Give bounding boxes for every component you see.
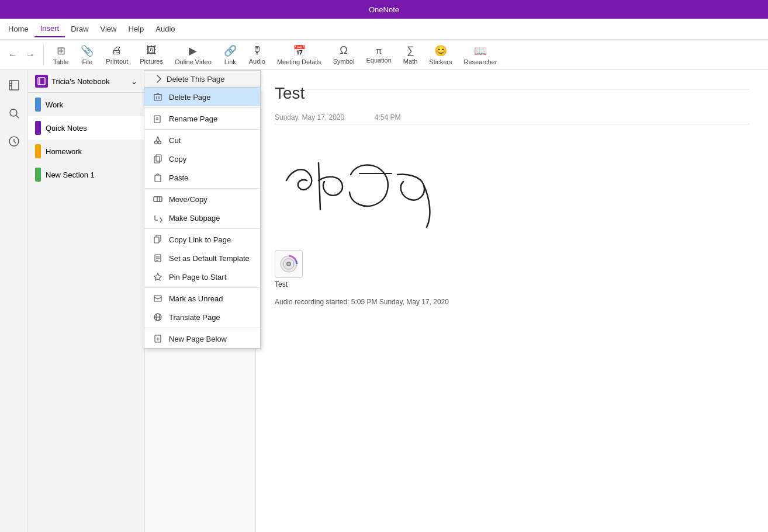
toolbar-researcher[interactable]: 📖 Researcher: [459, 42, 501, 68]
toolbar-pictures[interactable]: 🖼 Pictures: [135, 42, 168, 67]
page-date-line: Test: [275, 84, 749, 89]
ctx-mark-unread-label: Mark as Unread: [169, 294, 223, 303]
main-layout: Tricia's Notebook ⌄ Work Quick Notes Hom…: [0, 70, 768, 532]
handwriting-svg: [275, 134, 508, 239]
undo-button[interactable]: ←: [5, 46, 21, 64]
section-color-work: [35, 98, 41, 112]
online-video-icon: ▶: [189, 44, 197, 57]
svg-line-24: [158, 137, 160, 141]
menu-home[interactable]: Home: [2, 21, 34, 37]
ctx-rename-page-label: Rename Page: [169, 114, 217, 123]
toolbar-table[interactable]: ⊞ Table: [49, 42, 73, 68]
menu-help[interactable]: Help: [123, 21, 150, 37]
delete-this-page-label: Delete This Page: [167, 75, 225, 84]
sidebar-notebooks-icon[interactable]: [4, 75, 25, 96]
ctx-pin-page[interactable]: Pin Page to Start: [144, 267, 260, 286]
notebook-header-left: Tricia's Notebook: [35, 75, 110, 88]
toolbar-math[interactable]: ∑ Math: [399, 42, 422, 67]
svg-rect-0: [9, 81, 19, 90]
toolbar-stickers[interactable]: 😊 Stickers: [424, 42, 456, 68]
symbol-icon: Ω: [340, 44, 347, 57]
ctx-rename-page[interactable]: Rename Page: [144, 109, 260, 128]
copy-link-icon: [153, 234, 163, 245]
pictures-icon: 🖼: [146, 44, 157, 57]
svg-rect-26: [154, 157, 160, 163]
notebook-icon: [35, 75, 48, 88]
ctx-new-page-below-label: New Page Below: [169, 335, 227, 343]
ctx-set-default[interactable]: Set as Default Template: [144, 249, 260, 267]
menu-view[interactable]: View: [95, 21, 123, 37]
ctx-cut-label: Cut: [169, 136, 181, 145]
section-color-homework: [35, 144, 41, 158]
redo-button[interactable]: →: [22, 46, 39, 64]
ctx-cut[interactable]: Cut: [144, 131, 260, 149]
section-color-new-section-1: [35, 168, 41, 182]
audio-attachment: Test Audio recording started: 5:05 PM Su…: [275, 250, 749, 306]
ctx-delete-page[interactable]: Delete Page: [144, 88, 260, 106]
svg-line-23: [156, 137, 158, 141]
section-item-homework[interactable]: Homework: [28, 140, 144, 163]
section-item-quick-notes[interactable]: Quick Notes: [28, 116, 144, 140]
section-item-work[interactable]: Work: [28, 93, 144, 116]
ctx-copy[interactable]: Copy: [144, 149, 260, 168]
ctx-copy-link[interactable]: Copy Link to Page: [144, 230, 260, 249]
toolbar-audio[interactable]: 🎙 Audio: [244, 42, 270, 67]
toolbar-online-video[interactable]: ▶ Online Video: [170, 42, 216, 68]
ctx-move-copy-label: Move/Copy: [169, 195, 207, 204]
audio-disc-icon: [279, 255, 298, 273]
ctx-pin-page-label: Pin Page to Start: [169, 273, 226, 281]
sidebar-recent-icon[interactable]: [4, 131, 25, 152]
svg-rect-34: [154, 237, 159, 243]
notebook-panel: Tricia's Notebook ⌄ Work Quick Notes Hom…: [28, 70, 145, 532]
content-area: Test Sunday, May 17, 2020 4:54 PM: [256, 70, 768, 532]
file-label: File: [82, 58, 92, 65]
set-default-icon: [153, 253, 163, 263]
sidebar-search-icon[interactable]: [4, 103, 25, 124]
toolbar-file[interactable]: 📎 File: [75, 42, 99, 68]
svg-point-22: [158, 141, 161, 144]
notebook-name: Tricia's Notebook: [51, 77, 110, 86]
audio-icon: 🎙: [252, 44, 262, 57]
svg-rect-39: [154, 295, 161, 301]
meeting-label: Meeting Details: [277, 58, 321, 65]
menu-draw[interactable]: Draw: [65, 21, 94, 37]
ctx-set-default-label: Set as Default Template: [169, 254, 250, 263]
new-page-below-icon: [153, 333, 163, 344]
ctx-paste[interactable]: Paste: [144, 168, 260, 187]
toolbar-meeting[interactable]: 📅 Meeting Details: [272, 42, 326, 68]
ctx-delete-page-label: Delete Page: [169, 93, 211, 102]
ctx-new-page-below[interactable]: New Page Below: [144, 329, 260, 348]
symbol-label: Symbol: [333, 58, 355, 65]
delete-this-page-bar[interactable]: Delete This Page: [144, 70, 261, 87]
toolbar: ← → ⊞ Table 📎 File 🖨 Printout 🖼 Pictures…: [0, 40, 768, 70]
icon-sidebar: [0, 70, 28, 532]
ctx-mark-unread[interactable]: Mark as Unread: [144, 289, 260, 308]
ctx-move-copy[interactable]: Move/Copy: [144, 190, 260, 208]
ctx-make-subpage[interactable]: Make Subpage: [144, 208, 260, 227]
menu-insert[interactable]: Insert: [34, 20, 65, 37]
sections-list: Work Quick Notes Homework New Section 1: [28, 93, 144, 532]
svg-rect-18: [154, 116, 160, 123]
ctx-divider-6: [144, 328, 260, 328]
page-title-divider: [275, 124, 749, 124]
stickers-label: Stickers: [429, 58, 452, 65]
section-label-homework: Homework: [46, 147, 82, 156]
pictures-label: Pictures: [140, 58, 163, 65]
pin-page-icon: [153, 272, 163, 282]
rename-page-icon: [153, 113, 163, 124]
ctx-translate[interactable]: Translate Page: [144, 308, 260, 326]
svg-point-4: [10, 109, 17, 116]
audio-file-icon[interactable]: [275, 250, 303, 278]
ctx-divider-1: [144, 107, 260, 108]
printout-label: Printout: [106, 58, 128, 65]
section-label-new-section-1: New Section 1: [46, 171, 95, 179]
toolbar-link[interactable]: 🔗 Link: [219, 42, 242, 68]
toolbar-symbol[interactable]: Ω Symbol: [328, 42, 359, 67]
toolbar-equation[interactable]: π Equation: [361, 43, 396, 66]
toolbar-printout[interactable]: 🖨 Printout: [101, 42, 133, 67]
section-item-new-section-1[interactable]: New Section 1: [28, 163, 144, 186]
notebook-header[interactable]: Tricia's Notebook ⌄: [28, 70, 144, 93]
menu-audio[interactable]: Audio: [150, 21, 181, 37]
section-color-quick-notes: [35, 121, 41, 135]
context-menu: Delete Page Rename Page: [144, 87, 261, 349]
